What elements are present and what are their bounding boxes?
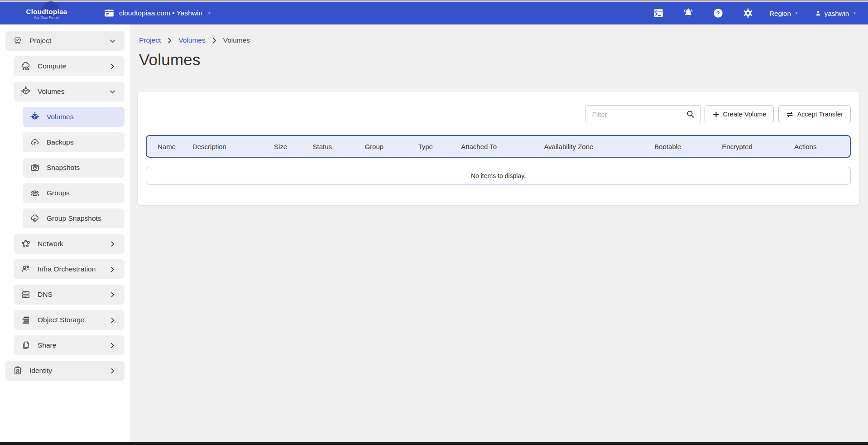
column-header-description[interactable]: Description [192, 143, 274, 150]
column-header-size[interactable]: Size [274, 143, 312, 150]
chevron-down-icon [852, 10, 857, 16]
search-icon[interactable] [686, 110, 695, 119]
plus-icon [712, 111, 720, 118]
app-window: Cloudtopiaa Your Cloud Partner! cloudtop… [0, 0, 868, 445]
sidebar-item-backups[interactable]: Backups [23, 132, 125, 152]
project-badge-icon [12, 35, 23, 46]
table-toolbar: Create Volume Accept Transfer [146, 105, 851, 123]
create-volume-button[interactable]: Create Volume [705, 105, 774, 123]
user-menu[interactable]: yashwin [815, 10, 857, 17]
accept-transfer-label: Accept Transfer [797, 111, 843, 118]
sidebar-item-label: Backups [47, 138, 73, 146]
sidebar-item-object-storage[interactable]: Object Storage [14, 310, 125, 330]
sidebar-item-project[interactable]: Project [5, 31, 125, 51]
notifications-bell-icon[interactable] [682, 7, 694, 19]
chevron-right-icon [109, 316, 116, 324]
sidebar-item-label: Object Storage [38, 316, 84, 324]
chevron-right-icon [211, 37, 218, 44]
dns-server-icon [20, 289, 31, 300]
column-header-encrypted[interactable]: Encrypted [722, 143, 794, 150]
column-header-name[interactable]: Name [147, 143, 192, 150]
sidebar-item-label: Compute [38, 62, 66, 70]
empty-message: No items to display. [471, 172, 526, 179]
group-snapshot-cloud-download-icon [29, 213, 40, 224]
volumes-cube-filled-icon [29, 111, 40, 122]
page-title: Volumes [139, 51, 859, 69]
main-content: Project Volumes Volumes Volumes [130, 24, 868, 442]
infra-orchestration-icon [20, 264, 31, 275]
chevron-down-icon [109, 88, 116, 96]
volumes-cube-icon [20, 86, 31, 97]
compute-cloud-icon [20, 61, 31, 72]
sidebar-item-label: Snapshots [47, 164, 80, 172]
breadcrumb-current: Volumes [223, 36, 250, 44]
region-label: Region [769, 10, 791, 17]
sidebar-item-label: Volumes [47, 113, 73, 121]
column-header-attached-to[interactable]: Attached To [461, 143, 544, 150]
chevron-down-icon [206, 10, 212, 16]
sidebar-item-label: Infra Orchestration [38, 265, 96, 273]
sidebar-item-volumes-group[interactable]: Volumes [14, 82, 125, 102]
sidebar-item-volumes[interactable]: Volumes [23, 107, 125, 127]
sidebar-item-network[interactable]: Network [14, 234, 125, 254]
breadcrumb-volumes-link[interactable]: Volumes [178, 36, 205, 44]
breadcrumb: Project Volumes Volumes [139, 36, 859, 44]
filter-input[interactable] [592, 111, 686, 118]
brand-logo[interactable]: Cloudtopiaa Your Cloud Partner! [0, 8, 91, 19]
region-dropdown[interactable]: Region [769, 10, 799, 17]
help-icon[interactable]: ? [712, 7, 724, 19]
breadcrumb-project-link[interactable]: Project [139, 36, 161, 44]
sidebar-item-snapshots[interactable]: Snapshots [23, 158, 125, 178]
column-header-availability-zone[interactable]: Availability Zone [544, 143, 654, 150]
chevron-right-icon [109, 291, 116, 299]
sidebar-item-compute[interactable]: Compute [14, 56, 125, 76]
sidebar-item-groups[interactable]: Groups [23, 183, 125, 203]
table-empty-row: No items to display. [146, 167, 851, 185]
sidebar-item-label: Share [38, 341, 56, 349]
window-bottom-edge [0, 442, 868, 445]
snapshot-camera-icon [29, 162, 40, 173]
sidebar-item-share[interactable]: Share [14, 335, 125, 355]
accept-transfer-button[interactable]: Accept Transfer [778, 105, 851, 123]
brand-tagline: Your Cloud Partner! [34, 16, 60, 19]
top-navbar: Cloudtopiaa Your Cloud Partner! cloudtop… [0, 2, 868, 24]
sidebar-item-label: Volumes [38, 87, 64, 96]
sidebar-item-label: Identity [29, 367, 52, 375]
create-volume-label: Create Volume [723, 111, 767, 118]
domain-project-label: cloudtopiaa.com • Yashwin [119, 9, 202, 17]
chevron-right-icon [109, 266, 116, 273]
sidebar-item-dns[interactable]: DNS [14, 285, 125, 305]
filter-field [585, 105, 701, 123]
identity-badge-icon [12, 365, 23, 376]
brand-name: Cloudtopiaa [26, 8, 67, 15]
user-icon [815, 10, 822, 17]
column-header-bootable[interactable]: Bootable [654, 143, 722, 150]
table-header-row: Name Description Size Status Group Type … [146, 135, 851, 158]
domain-project-selector[interactable]: cloudtopiaa.com • Yashwin [103, 7, 212, 19]
sidebar-item-group-snapshots[interactable]: Group Snapshots [23, 208, 125, 228]
sidebar-item-label: Group Snapshots [47, 214, 101, 222]
domain-icon [103, 7, 115, 19]
network-nodes-icon [20, 238, 31, 249]
column-header-group[interactable]: Group [364, 143, 418, 150]
chevron-right-icon [109, 342, 116, 349]
sidebar: Project Compute Volumes [0, 24, 130, 442]
column-header-status[interactable]: Status [312, 143, 364, 150]
svg-text:?: ? [716, 10, 720, 17]
share-documents-icon [20, 340, 31, 351]
column-header-type[interactable]: Type [418, 143, 461, 150]
chevron-down-icon [794, 10, 799, 16]
sidebar-item-identity[interactable]: Identity [5, 361, 125, 381]
sidebar-item-infra-orchestration[interactable]: Infra Orchestration [14, 259, 125, 279]
console-icon[interactable] [652, 7, 664, 19]
object-storage-list-icon [20, 314, 31, 325]
chevron-right-icon [109, 63, 116, 70]
settings-gear-icon[interactable] [742, 7, 754, 19]
sidebar-item-label: Groups [47, 189, 70, 197]
user-name-label: yashwin [825, 10, 849, 17]
groups-people-icon [29, 188, 40, 198]
column-header-actions[interactable]: Actions [794, 143, 850, 150]
volumes-table-card: Create Volume Accept Transfer Name Descr… [138, 92, 859, 205]
chevron-right-icon [109, 240, 116, 248]
chevron-down-icon [109, 37, 116, 45]
